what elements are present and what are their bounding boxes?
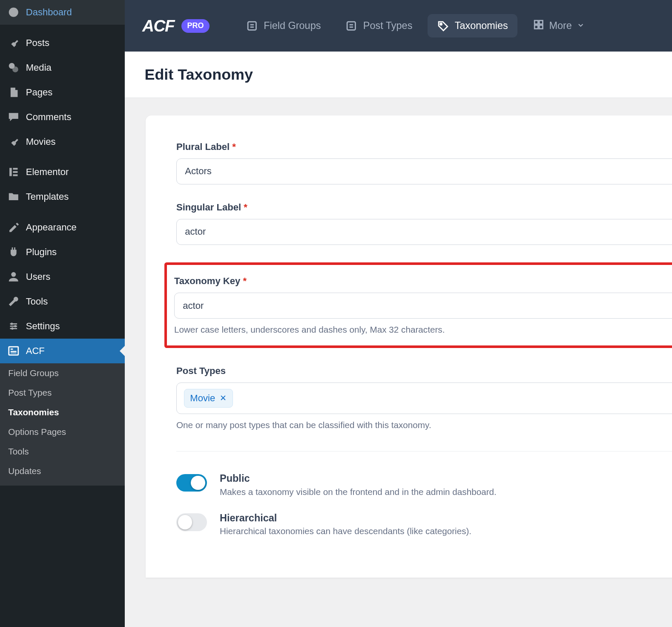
svg-rect-12 — [11, 351, 17, 352]
toggle-hierarchical-desc: Hierarchical taxonomies can have descend… — [220, 526, 471, 536]
tab-taxonomies[interactable]: Taxonomies — [428, 14, 517, 37]
elementor-icon — [7, 166, 20, 178]
sidebar-item-elementor[interactable]: Elementor — [0, 160, 125, 184]
tab-field-groups[interactable]: Field Groups — [237, 14, 330, 37]
sidebar-item-posts[interactable]: Posts — [0, 31, 125, 55]
divider — [176, 451, 672, 452]
svg-rect-16 — [347, 22, 356, 30]
sidebar-item-users[interactable]: Users — [0, 265, 125, 289]
svg-point-6 — [11, 272, 16, 277]
chevron-down-icon — [577, 20, 585, 32]
toggle-public-desc: Makes a taxonomy visible on the frontend… — [220, 487, 497, 497]
sidebar-item-comments[interactable]: Comments — [0, 105, 125, 129]
svg-rect-19 — [539, 20, 543, 24]
field-post-types: Post Types Movie ✕ ✕ One or many post ty… — [176, 365, 672, 430]
sidebar-item-appearance[interactable]: Appearance — [0, 215, 125, 240]
submenu-taxonomies[interactable]: Taxonomies — [0, 403, 125, 422]
pro-badge: PRO — [181, 19, 210, 33]
svg-point-9 — [11, 328, 14, 330]
sidebar-label: Appearance — [26, 222, 77, 233]
field-taxonomy-key: Taxonomy Key * Lower case letters, under… — [174, 276, 672, 335]
sidebar-item-acf[interactable]: ACF — [0, 339, 125, 363]
more-label: More — [549, 20, 571, 32]
admin-sidebar: Dashboard Posts Media Pages Comments — [0, 0, 125, 627]
post-types-label: Post Types — [176, 365, 672, 377]
tab-more[interactable]: More — [523, 13, 594, 39]
settings-icon — [7, 320, 20, 333]
tab-post-types[interactable]: Post Types — [336, 14, 422, 37]
sidebar-label: Comments — [26, 112, 72, 123]
sidebar-label: Pages — [26, 87, 53, 98]
svg-rect-3 — [13, 168, 17, 170]
sidebar-label: Tools — [26, 296, 48, 307]
list-icon — [246, 20, 258, 32]
sidebar-item-media[interactable]: Media — [0, 55, 125, 80]
acf-topbar: ACF PRO Field Groups Post Types — [125, 0, 672, 52]
tool-icon — [7, 295, 20, 308]
sidebar-label: Posts — [26, 37, 49, 49]
grid-icon — [533, 19, 545, 33]
toggle-public[interactable] — [176, 474, 207, 492]
svg-rect-2 — [9, 168, 12, 176]
tab-label: Taxonomies — [455, 20, 508, 32]
user-icon — [7, 270, 20, 283]
form-card: Plural Label * Singular Label * Taxonomy… — [146, 115, 672, 578]
sidebar-item-plugins[interactable]: Plugins — [0, 240, 125, 265]
sidebar-label: ACF — [26, 345, 45, 357]
toggle-public-title: Public — [220, 473, 497, 484]
sidebar-item-templates[interactable]: Templates — [0, 184, 125, 209]
tab-label: Post Types — [363, 20, 413, 32]
sidebar-label: Media — [26, 62, 52, 73]
submenu-field-groups[interactable]: Field Groups — [0, 363, 125, 383]
sidebar-item-movies[interactable]: Movies — [0, 129, 125, 154]
svg-rect-20 — [534, 25, 538, 29]
sidebar-item-settings[interactable]: Settings — [0, 314, 125, 339]
svg-rect-11 — [11, 348, 13, 350]
field-plural-label: Plural Label * — [176, 141, 672, 184]
sidebar-item-dashboard[interactable]: Dashboard — [0, 0, 125, 25]
sidebar-submenu: Field Groups Post Types Taxonomies Optio… — [0, 363, 125, 486]
media-icon — [7, 61, 20, 74]
toggle-hierarchical[interactable] — [176, 513, 207, 531]
page-icon — [7, 86, 20, 98]
svg-point-7 — [11, 323, 13, 325]
pin-icon — [7, 135, 20, 148]
svg-rect-18 — [534, 20, 538, 24]
sidebar-label: Dashboard — [26, 7, 72, 18]
tag-chip-movie[interactable]: Movie ✕ — [184, 389, 233, 408]
acf-logo: ACF — [142, 17, 174, 35]
page-title: Edit Taxonomy — [144, 66, 672, 83]
singular-label-text: Singular Label * — [176, 202, 672, 213]
plural-label-text: Plural Label * — [176, 141, 672, 152]
plural-input[interactable] — [176, 158, 672, 184]
sidebar-item-pages[interactable]: Pages — [0, 80, 125, 105]
field-singular-label: Singular Label * — [176, 202, 672, 245]
svg-rect-21 — [539, 25, 543, 29]
toggle-hierarchical-row: Hierarchical Hierarchical taxonomies can… — [176, 512, 672, 537]
svg-point-17 — [440, 23, 442, 25]
toggle-public-row: Public Makes a taxonomy visible on the f… — [176, 473, 672, 497]
submenu-options-pages[interactable]: Options Pages — [0, 422, 125, 442]
post-types-select[interactable]: Movie ✕ ✕ — [176, 383, 672, 414]
remove-chip-icon[interactable]: ✕ — [220, 393, 227, 403]
submenu-post-types[interactable]: Post Types — [0, 383, 125, 403]
sidebar-label: Templates — [26, 191, 69, 202]
sidebar-item-tools[interactable]: Tools — [0, 289, 125, 314]
acf-icon — [7, 345, 20, 357]
list-icon — [345, 20, 357, 32]
svg-point-1 — [12, 66, 18, 72]
sidebar-label: Movies — [26, 136, 56, 147]
page-title-strip: Edit Taxonomy — [125, 52, 672, 98]
appearance-icon — [7, 221, 20, 234]
svg-rect-13 — [11, 353, 17, 353]
taxonomy-key-input[interactable] — [174, 293, 672, 319]
submenu-updates[interactable]: Updates — [0, 461, 125, 481]
chip-label: Movie — [190, 393, 215, 404]
dashboard-icon — [7, 6, 20, 19]
tag-icon — [437, 20, 449, 32]
submenu-tools[interactable]: Tools — [0, 442, 125, 461]
svg-rect-4 — [13, 171, 17, 173]
folder-icon — [7, 190, 20, 203]
singular-input[interactable] — [176, 219, 672, 245]
post-types-help: One or many post types that can be class… — [176, 420, 672, 430]
